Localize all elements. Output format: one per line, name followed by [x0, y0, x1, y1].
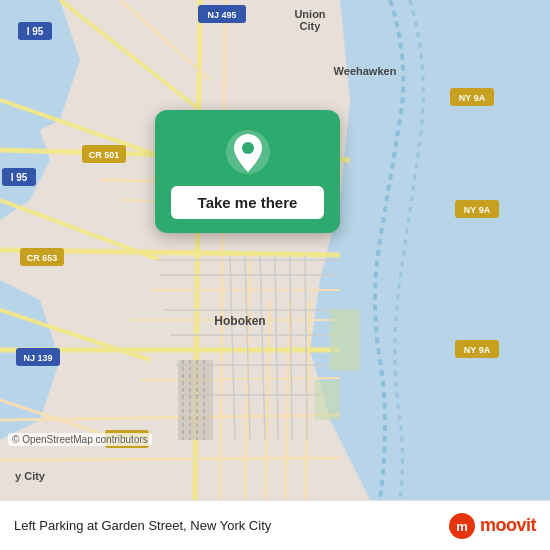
- map-svg: I 95 NJ 495 I 95 CR 501 CR 653 NJ 139 CR…: [0, 0, 550, 500]
- svg-text:CR 653: CR 653: [27, 253, 58, 263]
- svg-text:NY 9A: NY 9A: [464, 345, 491, 355]
- map-container: I 95 NJ 495 I 95 CR 501 CR 653 NJ 139 CR…: [0, 0, 550, 500]
- svg-line-16: [0, 458, 340, 460]
- svg-text:NY 9A: NY 9A: [459, 93, 486, 103]
- bottom-bar: Left Parking at Garden Street, New York …: [0, 500, 550, 550]
- svg-text:NJ 139: NJ 139: [23, 353, 52, 363]
- moovit-logo: m moovit: [448, 512, 536, 540]
- svg-text:I 95: I 95: [27, 26, 44, 37]
- svg-text:y City: y City: [15, 470, 46, 482]
- location-pin-icon: [224, 128, 272, 176]
- take-me-there-button[interactable]: Take me there: [171, 186, 324, 219]
- moovit-logo-icon: m: [448, 512, 476, 540]
- svg-text:Union: Union: [294, 8, 325, 20]
- svg-text:CR 501: CR 501: [89, 150, 120, 160]
- map-attribution: © OpenStreetMap contributors: [8, 433, 152, 446]
- location-label: Left Parking at Garden Street, New York …: [14, 518, 448, 533]
- svg-rect-70: [330, 310, 360, 370]
- svg-rect-40: [178, 360, 213, 440]
- svg-rect-71: [315, 380, 340, 420]
- svg-text:Weehawken: Weehawken: [334, 65, 397, 77]
- svg-text:m: m: [456, 519, 468, 534]
- svg-text:Hoboken: Hoboken: [214, 314, 265, 328]
- moovit-logo-text: moovit: [480, 515, 536, 536]
- svg-text:NJ 495: NJ 495: [207, 10, 236, 20]
- svg-text:I 95: I 95: [11, 172, 28, 183]
- svg-point-73: [242, 142, 254, 154]
- svg-text:NY 9A: NY 9A: [464, 205, 491, 215]
- svg-text:City: City: [300, 20, 322, 32]
- popup-card: Take me there: [155, 110, 340, 233]
